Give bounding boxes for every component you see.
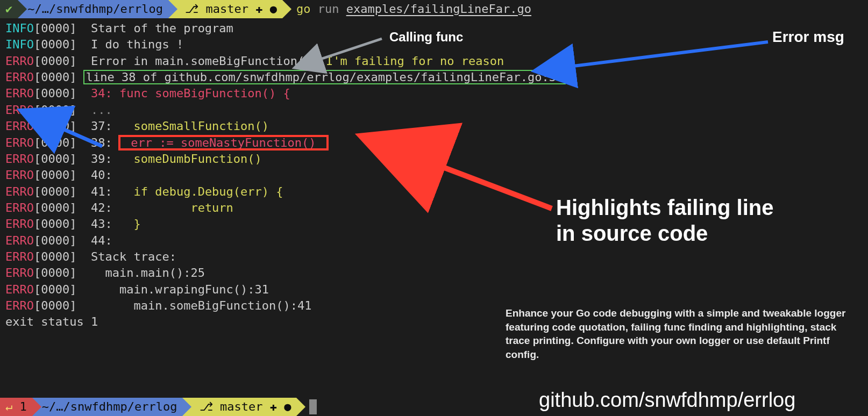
log-text: I'm failing for no reason xyxy=(326,54,504,68)
log-level: ERRO xyxy=(5,250,34,263)
log-text: 34: func someBigFunction() { xyxy=(84,87,290,100)
log-line: ERRO[0000] 38: err := someNastyFunction(… xyxy=(5,135,863,151)
log-text: someSmallFunction() xyxy=(119,119,269,133)
log-timestamp: [0000] xyxy=(34,250,84,263)
log-timestamp: [0000] xyxy=(34,70,84,84)
prompt-bar-top[interactable]: ✔ ~/…/snwfdhmp/errlog ⎇ master ✚ ● go ru… xyxy=(0,0,868,18)
log-text: return xyxy=(119,201,233,214)
log-line: ERRO[0000] Error in main.someBigFunction… xyxy=(5,53,863,69)
log-text: 43: xyxy=(84,217,119,231)
log-text: 42: xyxy=(84,201,119,214)
branch-icon: ⎇ xyxy=(192,399,220,415)
cursor-icon xyxy=(309,399,317,414)
annotation-error-msg: Error msg xyxy=(772,27,844,48)
log-line: ERRO[0000] 34: func someBigFunction() { xyxy=(5,85,863,102)
log-level: ERRO xyxy=(5,152,34,166)
log-text: main.wrapingFunc():31 xyxy=(84,283,269,296)
branch-name: master xyxy=(220,399,262,415)
log-timestamp: [0000] xyxy=(34,87,84,100)
log-level: ERRO xyxy=(5,136,34,149)
annotation-highlight: Highlights failing line in source code xyxy=(556,195,773,246)
annotation-description: Enhance your Go code debugging with a si… xyxy=(506,306,855,362)
log-timestamp: [0000] xyxy=(34,54,84,68)
log-line: ERRO[0000] line 38 of github.com/snwfdhm… xyxy=(5,69,863,85)
log-level: ERRO xyxy=(5,185,34,198)
log-timestamp: [0000] xyxy=(34,152,84,166)
branch-segment: ⎇ master ✚ ● xyxy=(168,0,282,18)
annotation-repo: github.com/snwfdhmp/errlog xyxy=(539,386,795,414)
return-icon: ↵ 1 xyxy=(5,399,27,415)
log-text: 40: xyxy=(84,168,112,182)
log-line: ERRO[0000] main.main():25 xyxy=(5,265,863,281)
log-timestamp: [0000] xyxy=(34,136,84,149)
log-level: ERRO xyxy=(5,168,34,182)
log-timestamp: [0000] xyxy=(34,103,84,117)
log-line: ERRO[0000] 37: someSmallFunction() xyxy=(5,118,863,134)
annotation-calling-func: Calling func xyxy=(389,28,463,46)
log-timestamp: [0000] xyxy=(34,168,84,182)
dot-icon: ● xyxy=(284,399,291,415)
branch-name: master xyxy=(205,1,248,17)
log-level: ERRO xyxy=(5,234,34,247)
dot-icon: ● xyxy=(270,1,277,17)
log-level: ERRO xyxy=(5,103,34,117)
branch-segment: ⎇ master ✚ ● xyxy=(182,398,296,416)
log-line: ERRO[0000] Stack trace: xyxy=(5,249,863,265)
log-line: ERRO[0000] ... xyxy=(5,102,863,118)
log-level: ERRO xyxy=(5,119,34,133)
path-segment: ~/…/snwfdhmp/errlog xyxy=(32,398,183,416)
log-level: ERRO xyxy=(5,87,34,100)
log-timestamp: [0000] xyxy=(34,283,84,296)
failing-line-highlight: err := someNastyFunction() xyxy=(119,136,328,149)
log-text: ... xyxy=(84,103,112,117)
plus-icon: ✚ xyxy=(248,1,270,17)
log-timestamp: [0000] xyxy=(34,234,84,247)
log-text: 39: xyxy=(84,152,119,166)
log-timestamp: [0000] xyxy=(34,266,84,279)
log-level: INFO xyxy=(5,21,34,35)
log-text: main.main():25 xyxy=(84,266,205,279)
log-level: ERRO xyxy=(5,201,34,214)
log-level: INFO xyxy=(5,38,34,51)
log-level: ERRO xyxy=(5,299,34,312)
status-segment: ✔ xyxy=(0,0,18,18)
log-text: Start of the program xyxy=(84,21,233,35)
log-timestamp: [0000] xyxy=(34,201,84,214)
log-level: ERRO xyxy=(5,54,34,68)
cmd-run: run xyxy=(318,2,346,16)
log-text: 38: xyxy=(84,136,119,149)
log-text: 44: xyxy=(84,234,112,247)
log-text: line 38 of github.com/snwfdhmp/errlog/ex… xyxy=(86,70,563,84)
log-text: 37: xyxy=(84,119,119,133)
log-text: err := someNastyFunction() xyxy=(124,136,323,149)
log-timestamp: [0000] xyxy=(34,299,84,312)
log-line: ERRO[0000] 39: someDumbFunction() xyxy=(5,151,863,167)
file-location-highlight: line 38 of github.com/snwfdhmp/errlog/ex… xyxy=(84,70,565,84)
log-line: ERRO[0000] main.wrapingFunc():31 xyxy=(5,282,863,298)
log-text: I do things ! xyxy=(84,38,183,51)
cwd-path: ~/…/snwfdhmp/errlog xyxy=(27,1,163,17)
check-icon: ✔ xyxy=(5,1,12,17)
cmd-go: go xyxy=(296,2,311,16)
log-text: } xyxy=(119,217,141,231)
log-text: Stack trace: xyxy=(84,250,176,263)
error-segment: ↵ 1 xyxy=(0,398,32,416)
log-timestamp: [0000] xyxy=(34,185,84,198)
plus-icon: ✚ xyxy=(262,399,284,415)
log-text: if debug.Debug(err) { xyxy=(119,185,283,198)
log-level: ERRO xyxy=(5,283,34,296)
command-input[interactable]: go run examples/failingLineFar.go xyxy=(296,1,531,17)
log-level: ERRO xyxy=(5,266,34,279)
branch-icon: ⎇ xyxy=(178,1,206,17)
log-timestamp: [0000] xyxy=(34,217,84,231)
terminal-output[interactable]: INFO[0000] Start of the programINFO[0000… xyxy=(0,18,868,314)
cmd-path: examples/failingLineFar.go xyxy=(346,2,531,16)
log-text: 41: xyxy=(84,185,119,198)
path-segment: ~/…/snwfdhmp/errlog xyxy=(18,0,168,18)
log-level: ERRO xyxy=(5,70,34,84)
cwd-path: ~/…/snwfdhmp/errlog xyxy=(42,399,177,415)
log-text: Error in main.someBigFunction(): xyxy=(84,54,326,68)
log-text: main.someBigFunction():41 xyxy=(84,299,312,312)
log-timestamp: [0000] xyxy=(34,119,84,133)
log-level: ERRO xyxy=(5,217,34,231)
